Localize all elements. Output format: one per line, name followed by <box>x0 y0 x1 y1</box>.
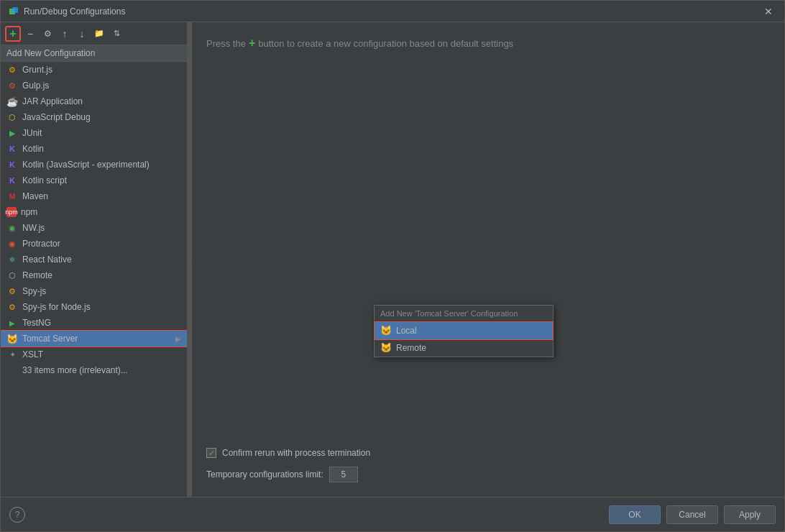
remote-label: Remote <box>22 270 52 280</box>
xslt-icon: ✦ <box>6 349 18 360</box>
svg-rect-1 <box>12 7 18 13</box>
checkbox-row: Confirm rerun with process termination <box>206 448 770 458</box>
hint-text: Press the + button to create a new confi… <box>206 37 770 50</box>
spyjs-node-label: Spy-js for Node.js <box>22 302 91 312</box>
submenu-remote-label: Remote <box>396 343 426 353</box>
submenu-header: Add New 'Tomcat Server' Configuration <box>375 306 553 322</box>
list-item[interactable]: ◉ Protractor <box>1 236 187 252</box>
spyjs-icon: ⚙ <box>6 285 18 297</box>
window-icon <box>8 6 19 17</box>
close-button[interactable]: ✕ <box>760 4 777 19</box>
list-item[interactable]: ⬡ Remote <box>1 267 187 283</box>
bottom-bar: ? OK Cancel Apply <box>1 497 784 531</box>
react-native-label: React Native <box>22 254 72 265</box>
submenu-container: Add New 'Tomcat Server' Configuration 🐱 … <box>374 305 554 357</box>
list-item[interactable]: ✦ XSLT <box>1 347 187 362</box>
maven-label: Maven <box>22 191 48 201</box>
config-limit-row: Temporary configurations limit: <box>206 467 770 482</box>
list-item[interactable]: npm npm <box>1 204 187 220</box>
jar-label: JAR Application <box>22 96 83 106</box>
window-title: Run/Debug Configurations <box>24 6 760 17</box>
tomcat-server-item[interactable]: 🐱 Tomcat Server ▶ <box>1 331 187 347</box>
run-debug-dialog: Run/Debug Configurations ✕ + − ⚙ ↑ ↓ 📁 ⇅… <box>0 0 785 532</box>
kotlin-js-label: Kotlin (JavaScript - experimental) <box>22 160 150 170</box>
add-config-button[interactable]: + <box>5 26 21 42</box>
more-icon <box>6 364 18 376</box>
npm-icon: npm <box>6 207 17 217</box>
hint-prefix: Press the <box>206 38 246 49</box>
limit-label: Temporary configurations limit: <box>206 469 323 480</box>
sort-button[interactable]: ⇅ <box>109 26 124 42</box>
list-item[interactable]: ⚙ Spy-js <box>1 283 187 299</box>
help-button[interactable]: ? <box>9 507 25 523</box>
list-item[interactable]: ☕ JAR Application <box>1 93 187 109</box>
list-item[interactable]: ⚙ Grunt.js <box>1 62 187 78</box>
npm-label: npm <box>21 207 37 217</box>
list-item[interactable]: ⬡ JavaScript Debug <box>1 109 187 125</box>
tomcat-label: Tomcat Server <box>22 334 78 344</box>
folder-button[interactable]: 📁 <box>91 26 107 42</box>
gulp-label: Gulp.js <box>22 81 49 91</box>
remove-config-button[interactable]: − <box>22 26 38 42</box>
apply-button[interactable]: Apply <box>724 505 776 524</box>
cancel-button[interactable]: Cancel <box>666 505 718 524</box>
right-panel: Press the + button to create a new confi… <box>192 22 784 497</box>
js-debug-label: JavaScript Debug <box>22 112 91 122</box>
submenu-remote-icon: 🐱 <box>380 342 392 354</box>
add-new-label: Add New Configuration <box>1 45 187 62</box>
xslt-label: XSLT <box>22 349 43 359</box>
settings-button[interactable]: ⚙ <box>40 26 55 42</box>
confirm-rerun-label: Confirm rerun with process termination <box>222 448 370 458</box>
protractor-icon: ◉ <box>6 238 18 249</box>
config-tree: Add New Configuration ⚙ Grunt.js ⚙ Gulp.… <box>1 45 187 497</box>
submenu-arrow: ▶ <box>175 335 181 343</box>
move-down-button[interactable]: ↓ <box>74 26 90 42</box>
react-native-icon: ⚛ <box>6 254 18 265</box>
kotlin-label: Kotlin <box>22 144 44 154</box>
nwjs-label: NW.js <box>22 223 45 233</box>
title-bar: Run/Debug Configurations ✕ <box>1 1 784 22</box>
kotlin-icon: K <box>6 143 18 155</box>
list-item[interactable]: ◉ NW.js <box>1 220 187 236</box>
kotlin-script-label: Kotlin script <box>22 175 67 185</box>
grunt-icon: ⚙ <box>6 64 18 75</box>
confirm-rerun-checkbox[interactable] <box>206 448 216 458</box>
junit-icon: ▶ <box>6 127 18 139</box>
protractor-label: Protractor <box>22 239 60 249</box>
more-items[interactable]: 33 items more (irrelevant)... <box>1 362 187 378</box>
list-item[interactable]: K Kotlin (JavaScript - experimental) <box>1 157 187 173</box>
submenu-local-item[interactable]: 🐱 Local <box>375 322 553 339</box>
testng-icon: ▶ <box>6 317 18 329</box>
js-debug-icon: ⬡ <box>6 111 18 123</box>
list-item[interactable]: ▶ TestNG <box>1 315 187 331</box>
list-item[interactable]: ⚙ Gulp.js <box>1 78 187 93</box>
submenu-remote-item[interactable]: 🐱 Remote <box>375 339 553 357</box>
more-label: 33 items more (irrelevant)... <box>22 365 128 375</box>
kotlin-script-icon: K <box>6 175 18 186</box>
remote-icon: ⬡ <box>6 270 18 281</box>
ok-button[interactable]: OK <box>609 505 661 524</box>
spyjs-label: Spy-js <box>22 286 46 296</box>
spyjs-node-icon: ⚙ <box>6 301 18 313</box>
bottom-options: Confirm rerun with process termination T… <box>206 448 770 482</box>
tomcat-icon: 🐱 <box>6 333 18 344</box>
list-item[interactable]: K Kotlin script <box>1 173 187 188</box>
testng-label: TestNG <box>22 318 51 328</box>
main-content: + − ⚙ ↑ ↓ 📁 ⇅ Add New Configuration ⚙ Gr… <box>1 22 784 497</box>
limit-input[interactable] <box>329 467 358 482</box>
hint-suffix: button to create a new configuration bas… <box>258 38 513 49</box>
list-item[interactable]: ▶ JUnit <box>1 125 187 141</box>
list-item[interactable]: M Maven <box>1 188 187 204</box>
list-item[interactable]: K Kotlin <box>1 141 187 157</box>
move-up-button[interactable]: ↑ <box>57 26 73 42</box>
list-item[interactable]: ⚙ Spy-js for Node.js <box>1 299 187 315</box>
gulp-icon: ⚙ <box>6 80 18 91</box>
grunt-label: Grunt.js <box>22 65 52 75</box>
left-panel: + − ⚙ ↑ ↓ 📁 ⇅ Add New Configuration ⚙ Gr… <box>1 22 188 497</box>
nwjs-icon: ◉ <box>6 222 18 234</box>
kotlin-js-icon: K <box>6 159 18 170</box>
junit-label: JUnit <box>22 128 42 138</box>
jar-icon: ☕ <box>6 96 18 107</box>
maven-icon: M <box>6 191 18 202</box>
list-item[interactable]: ⚛ React Native <box>1 252 187 267</box>
